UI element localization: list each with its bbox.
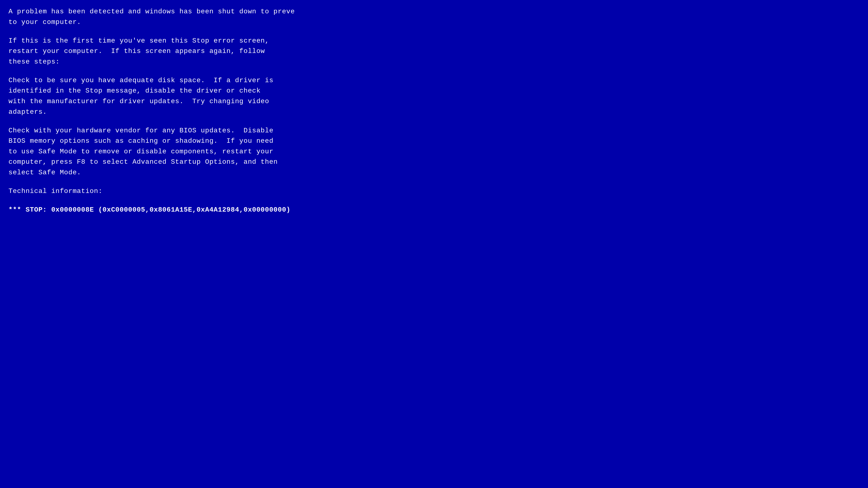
bsod-line-15: Technical information: bbox=[8, 186, 860, 197]
bsod-line-6: Check to be sure you have adequate disk … bbox=[8, 75, 860, 86]
bsod-stop-code: *** STOP: 0x0000008E (0xC0000005,0x8061A… bbox=[8, 205, 860, 215]
bsod-line-7: identified in the Stop message, disable … bbox=[8, 86, 860, 96]
bsod-line-2: to your computer. bbox=[8, 17, 860, 28]
bsod-line-5: these steps: bbox=[8, 57, 860, 67]
bsod-line-9: adapters. bbox=[8, 107, 860, 117]
bsod-line-4: restart your computer. If this screen ap… bbox=[8, 46, 860, 57]
bsod-line-10: Check with your hardware vendor for any … bbox=[8, 125, 860, 136]
bsod-line-13: computer, press F8 to select Advanced St… bbox=[8, 157, 860, 167]
bsod-screen: A problem has been detected and windows … bbox=[0, 0, 868, 488]
bsod-line-11: BIOS memory options such as caching or s… bbox=[8, 136, 860, 147]
bsod-content: A problem has been detected and windows … bbox=[8, 6, 860, 215]
bsod-line-1: A problem has been detected and windows … bbox=[8, 6, 860, 17]
bsod-line-12: to use Safe Mode to remove or disable co… bbox=[8, 147, 860, 157]
bsod-line-8: with the manufacturer for driver updates… bbox=[8, 96, 860, 107]
bsod-line-3: If this is the first time you've seen th… bbox=[8, 36, 860, 46]
bsod-line-14: select Safe Mode. bbox=[8, 167, 860, 178]
